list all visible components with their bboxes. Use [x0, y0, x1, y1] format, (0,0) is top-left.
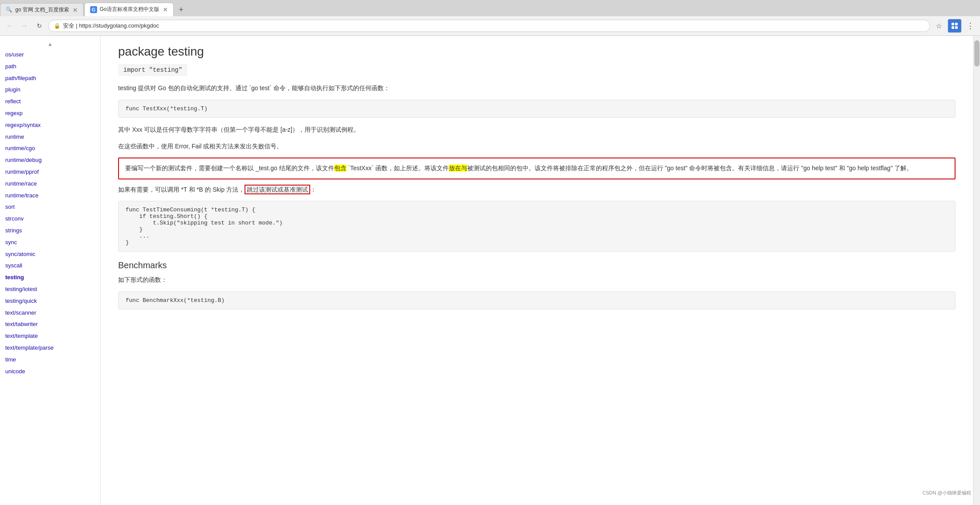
sidebar-item-text-template-parse[interactable]: text/template/parse: [0, 342, 100, 354]
description-1: testing 提供对 Go 包的自动化测试的支持。通过 `go test` 命…: [118, 83, 956, 94]
extension-button[interactable]: [948, 19, 962, 33]
sidebar-item-os-user[interactable]: os/user: [0, 49, 100, 61]
tab-2[interactable]: G Go语言标准库文档中文版 ✕: [84, 3, 174, 16]
tab-1[interactable]: 🔍 go 官网 文档_百度搜索 ✕: [0, 3, 84, 16]
sidebar-item-text-tabwriter[interactable]: text/tabwriter: [0, 319, 100, 330]
tab2-close[interactable]: ✕: [163, 6, 168, 13]
lock-icon: 🔒: [54, 23, 60, 29]
watermark-text: CSDN @小猫咪爱编程: [923, 490, 971, 495]
back-button[interactable]: ←: [4, 20, 16, 32]
code-1-text: func TestXxx(*testing.T): [126, 105, 207, 112]
sidebar-item-sort[interactable]: sort: [0, 201, 100, 213]
code-block-1: func TestXxx(*testing.T): [118, 100, 956, 118]
sidebar-item-runtime[interactable]: runtime: [0, 131, 100, 143]
description-3: 在这些函数中，使用 Error, Fail 或相关方法来发出失败信号。: [118, 141, 956, 152]
sidebar-item-runtime-cgo[interactable]: runtime/cgo: [0, 143, 100, 154]
tab1-close[interactable]: ✕: [73, 7, 78, 14]
sidebar-item-testing[interactable]: testing: [0, 272, 100, 284]
sidebar-item-runtime-debug[interactable]: runtime/debug: [0, 154, 100, 166]
url-display: 安全 | https://studygolang.com/pkgdoc: [63, 22, 924, 30]
highlight-place: 放在与: [449, 165, 467, 172]
tab-bar: 🔍 go 官网 文档_百度搜索 ✕ G Go语言标准库文档中文版 ✕ +: [0, 0, 980, 16]
forward-button[interactable]: →: [18, 20, 31, 32]
code-line-1: func TestTimeConsuming(t *testing.T) {: [126, 207, 948, 213]
sidebar-item-sync[interactable]: sync: [0, 237, 100, 249]
description-4: 如果有需要，可以调用 *T 和 *B 的 Skip 方法，跳过该测试或基准测试：: [118, 185, 956, 195]
sidebar-item-regexp[interactable]: regexp: [0, 108, 100, 119]
sidebar-item-strconv[interactable]: strconv: [0, 213, 100, 225]
description-4-text: 如果有需要，可以调用 *T 和 *B 的 Skip 方法，: [118, 186, 245, 193]
chrome-menu-button[interactable]: ⋮: [964, 20, 976, 32]
watermark: CSDN @小猫咪爱编程: [923, 490, 971, 496]
tab1-title: go 官网 文档_百度搜索: [15, 6, 69, 14]
page-layout: ▲ os/user path path/filepath plugin refl…: [0, 36, 980, 505]
right-scrollbar[interactable]: [973, 36, 980, 505]
description-4-end: ：: [310, 186, 316, 193]
sidebar-item-runtime-trace[interactable]: runtime/trace: [0, 190, 100, 202]
sidebar: ▲ os/user path path/filepath plugin refl…: [0, 36, 101, 505]
sidebar-item-testing-iotest[interactable]: testing/iotest: [0, 284, 100, 295]
code-line-2: if testing.Short() {: [126, 213, 948, 220]
bookmark-button[interactable]: ☆: [933, 20, 945, 32]
svg-rect-2: [952, 26, 954, 29]
scrollbar-thumb[interactable]: [974, 40, 980, 67]
sidebar-item-text-template[interactable]: text/template: [0, 330, 100, 342]
highlighted-paragraph-box: 要编写一个新的测试套件，需要创建一个名称以 _test.go 结尾的文件，该文件…: [118, 158, 956, 179]
highlighted-text: 要编写一个新的测试套件，需要创建一个名称以 _test.go 结尾的文件，该文件…: [125, 163, 948, 174]
code-line-6: }: [126, 239, 948, 246]
sidebar-item-unicode[interactable]: unicode: [0, 366, 100, 378]
reload-button[interactable]: ↻: [33, 20, 46, 32]
svg-rect-3: [955, 26, 958, 29]
sidebar-item-reflect[interactable]: reflect: [0, 96, 100, 108]
code-block-3: func BenchmarkXxx(*testing.B): [118, 291, 956, 309]
tab2-favicon: G: [90, 6, 97, 13]
tab2-title: Go语言标准库文档中文版: [100, 6, 159, 13]
sidebar-item-sync-atomic[interactable]: sync/atomic: [0, 249, 100, 260]
extension-icon: [951, 22, 959, 30]
sidebar-item-regexp-syntax[interactable]: regexp/syntax: [0, 119, 100, 131]
sidebar-item-plugin[interactable]: plugin: [0, 84, 100, 96]
code-line-5: ...: [126, 233, 948, 239]
import-statement: import "testing": [118, 64, 187, 76]
svg-rect-1: [955, 23, 958, 25]
benchmarks-title: Benchmarks: [118, 260, 956, 270]
sidebar-item-path-filepath[interactable]: path/filepath: [0, 73, 100, 84]
sidebar-item-testing-quick[interactable]: testing/quick: [0, 295, 100, 307]
page-title: package testing: [118, 45, 956, 59]
new-tab-button[interactable]: +: [175, 3, 188, 16]
sidebar-item-runtime-pprof[interactable]: runtime/pprof: [0, 166, 100, 178]
sidebar-item-text-scanner[interactable]: text/scanner: [0, 307, 100, 319]
sidebar-item-syscall[interactable]: syscall: [0, 260, 100, 272]
address-bar: ← → ↻ 🔒 安全 | https://studygolang.com/pkg…: [0, 16, 980, 35]
sidebar-item-strings[interactable]: strings: [0, 225, 100, 237]
highlight-contains: 包含: [334, 165, 346, 172]
code-block-2: func TestTimeConsuming(t *testing.T) { i…: [118, 201, 956, 252]
sidebar-item-path[interactable]: path: [0, 61, 100, 73]
scroll-up-arrow[interactable]: ▲: [0, 39, 100, 49]
main-content: package testing import "testing" testing…: [101, 36, 973, 505]
code-line-4: }: [126, 226, 948, 233]
code-line-3: t.Skip("skipping test in short mode."): [126, 220, 948, 226]
code-3-text: func BenchmarkXxx(*testing.B): [126, 297, 224, 304]
url-bar[interactable]: 🔒 安全 | https://studygolang.com/pkgdoc: [48, 20, 930, 32]
browser-chrome: 🔍 go 官网 文档_百度搜索 ✕ G Go语言标准库文档中文版 ✕ + ← →…: [0, 0, 980, 36]
benchmarks-description: 如下形式的函数：: [118, 275, 956, 285]
description-2: 其中 Xxx 可以是任何字母数字字符串（但第一个字母不能是 [a-z]），用于识…: [118, 125, 956, 135]
svg-rect-0: [952, 23, 954, 25]
skip-link[interactable]: 跳过该测试或基准测试: [245, 185, 310, 194]
sidebar-item-time[interactable]: time: [0, 354, 100, 366]
tab1-favicon: 🔍: [6, 7, 13, 14]
sidebar-item-runtime-race[interactable]: runtime/race: [0, 178, 100, 190]
